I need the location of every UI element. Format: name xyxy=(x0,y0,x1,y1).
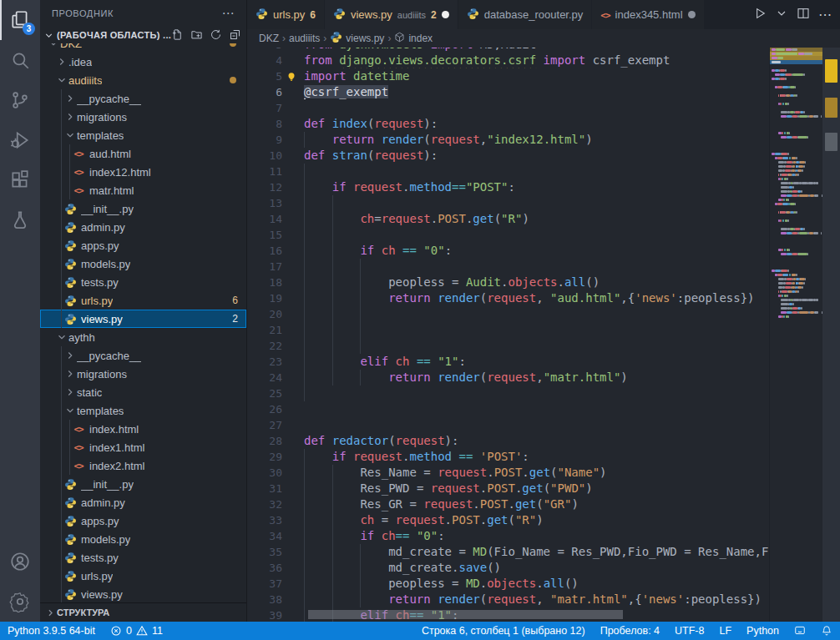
minimap-token xyxy=(802,286,803,289)
tree-file--init-py[interactable]: __init__.py xyxy=(40,475,246,493)
minimap-token xyxy=(796,157,797,159)
tree-folder-templates[interactable]: templates xyxy=(40,126,246,144)
tree-file-admin-py[interactable]: admin.py xyxy=(40,218,246,236)
minimap-token xyxy=(792,48,798,51)
minimap-token xyxy=(785,286,791,289)
tree-item-label: DKZ xyxy=(60,43,82,50)
tree-item-label: admin.py xyxy=(81,496,125,509)
tree-file-matr-html[interactable]: <>matr.html xyxy=(40,181,246,199)
minimap[interactable] xyxy=(769,48,822,622)
tree-file-index1-html[interactable]: <>index1.html xyxy=(40,438,246,456)
unsaved-dot-icon[interactable] xyxy=(442,11,449,18)
encoding-status[interactable]: UTF-8 xyxy=(667,622,711,640)
breadcrumb-item-index[interactable]: index xyxy=(394,32,433,45)
tree-file-index2-html[interactable]: <>index2.html xyxy=(40,456,246,475)
refresh-icon[interactable] xyxy=(210,28,222,43)
tree-file-urls-py[interactable]: urls.py xyxy=(40,567,246,585)
tree-folder--pycache-[interactable]: __pycache__ xyxy=(40,89,246,108)
minimap-token xyxy=(792,194,798,197)
new-file-icon[interactable] xyxy=(171,28,184,43)
line-number: 13 xyxy=(247,195,282,211)
feedback-icon[interactable] xyxy=(787,622,813,640)
tree-file-models-py[interactable]: models.py xyxy=(40,254,246,273)
tree-file-tests-py[interactable]: tests.py xyxy=(40,273,246,291)
settings-icon[interactable] xyxy=(0,582,40,622)
breadcrumb-item-views-py[interactable]: views.py xyxy=(330,31,384,46)
tree-folder-dkz[interactable]: DKZ xyxy=(40,43,246,53)
indentation-status[interactable]: Пробелов: 4 xyxy=(593,622,667,640)
run-dropdown-icon[interactable] xyxy=(775,7,788,23)
split-editor-icon[interactable] xyxy=(797,7,810,23)
cursor-position-status[interactable]: Строка 6, столбец 1 (выбрано 12) xyxy=(414,622,593,640)
tree-file-urls-py[interactable]: urls.py6 xyxy=(40,291,246,310)
minimap-token xyxy=(781,190,787,193)
minimap-token xyxy=(793,182,800,184)
tree-folder--idea[interactable]: .idea xyxy=(40,53,246,71)
tree-file-apps-py[interactable]: apps.py xyxy=(40,511,246,530)
tree-file-index-html[interactable]: <>index.html xyxy=(40,420,246,438)
code-line-content: peopless = Audit.objects.all() xyxy=(282,275,770,290)
tree-file-admin-py[interactable]: admin.py xyxy=(40,493,246,511)
collapse-all-icon[interactable] xyxy=(229,28,241,43)
account-icon[interactable] xyxy=(0,542,40,582)
run-debug-icon[interactable] xyxy=(0,120,40,160)
tab-problems-badge: 6 xyxy=(310,9,316,21)
vertical-scrollbar[interactable] xyxy=(822,48,840,622)
tab-views-py[interactable]: views.pyaudiiits2 xyxy=(325,0,458,29)
language-mode-status[interactable]: Python xyxy=(739,622,787,640)
code-editor[interactable]: 3from aythh.models import MD,Audit4from … xyxy=(247,48,840,622)
tree-file-aud-html[interactable]: <>aud.html xyxy=(40,144,246,163)
tree-file-apps-py[interactable]: apps.py xyxy=(40,236,246,254)
tab-database-roouter-py[interactable]: database_roouter.py xyxy=(458,0,593,29)
notifications-bell-icon[interactable] xyxy=(813,622,840,640)
code-line: 7 xyxy=(247,100,770,116)
line-number: 16 xyxy=(247,243,282,259)
minimap-token xyxy=(780,103,782,105)
tree-indent-guide xyxy=(61,181,62,199)
line-number: 31 xyxy=(247,481,282,496)
breadcrumb-item-dkz[interactable]: DKZ xyxy=(259,33,279,44)
tree-folder--pycache-[interactable]: __pycache__ xyxy=(40,346,246,365)
tab-urls-py[interactable]: urls.py6 xyxy=(247,0,325,29)
tree-file-index12-html[interactable]: <>index12.html xyxy=(40,163,246,181)
python-interpreter-status[interactable]: Python 3.9.5 64-bit xyxy=(0,622,103,640)
breadcrumb[interactable]: DKZ›audiiits›views.py›index xyxy=(247,29,840,48)
tree-folder-audiiits[interactable]: audiiits xyxy=(40,71,246,89)
tree-folder-aythh[interactable]: aythh xyxy=(40,328,246,346)
views-and-more-actions-icon[interactable]: ⋯ xyxy=(221,6,235,21)
search-icon[interactable] xyxy=(0,40,40,80)
chevron-right-icon xyxy=(63,111,77,123)
problems-status[interactable]: 011 xyxy=(103,622,170,640)
code-line-content: peopless = MD.objects.all() xyxy=(282,576,770,592)
source-control-icon[interactable] xyxy=(0,80,40,120)
tree-folder-migrations[interactable]: migrations xyxy=(40,365,246,383)
tree-folder-static[interactable]: static xyxy=(40,383,246,401)
code-line: 33 ch = request.POST.get("R") xyxy=(247,512,770,528)
tree-file--init-py[interactable]: __init__.py xyxy=(40,199,246,218)
run-icon[interactable] xyxy=(753,7,767,23)
tree-file-views-py[interactable]: views.py2 xyxy=(40,310,246,328)
tree-file-views-py[interactable]: views.py xyxy=(40,585,246,602)
minimap-token xyxy=(796,94,797,97)
explorer-icon[interactable]: 3 xyxy=(0,0,40,40)
lightbulb-icon[interactable] xyxy=(286,71,297,84)
code-line: 4from django.views.decorators.csrf impor… xyxy=(247,53,770,68)
tab-index345-html[interactable]: <>index345.html xyxy=(592,0,704,29)
testing-icon[interactable] xyxy=(0,200,40,240)
more-actions-icon[interactable]: ⋯ xyxy=(818,7,832,23)
new-folder-icon[interactable] xyxy=(190,28,203,43)
tree-folder-templates[interactable]: templates xyxy=(40,401,246,420)
minimap-token xyxy=(792,311,798,314)
horizontal-scrollbar[interactable] xyxy=(308,610,623,619)
tree-file-tests-py[interactable]: tests.py xyxy=(40,548,246,567)
minimap-token xyxy=(802,169,803,172)
breadcrumb-item-audiiits[interactable]: audiiits xyxy=(289,33,320,44)
tree-file-models-py[interactable]: models.py xyxy=(40,530,246,548)
workspace-section-header[interactable]: (РАБОЧАЯ ОБЛАСТЬ) ... xyxy=(40,27,246,43)
tree-folder-migrations[interactable]: migrations xyxy=(40,108,246,126)
extensions-icon[interactable] xyxy=(0,160,40,200)
outline-section-header[interactable]: СТРУКТУРА xyxy=(40,602,246,622)
line-number: 32 xyxy=(247,496,282,512)
minimap-token xyxy=(782,132,783,134)
eol-status[interactable]: LF xyxy=(711,622,739,640)
